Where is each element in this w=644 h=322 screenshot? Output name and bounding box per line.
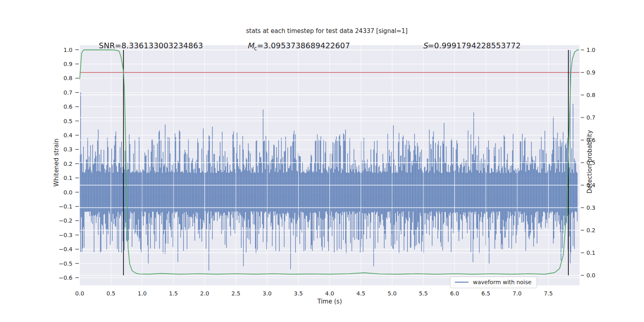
y-right-tick-label: 0.3	[586, 205, 611, 211]
y-left-tick-label: −0.4	[52, 246, 72, 252]
figure: stats at each timestep for test data 243…	[0, 0, 644, 322]
x-tick-label: 5.0	[381, 291, 403, 296]
s-stat-value: =0.9991794228553772	[428, 41, 521, 50]
x-tick-label: 5.5	[412, 291, 435, 296]
y-left-tick-label: −0.3	[52, 232, 72, 238]
x-tick-label: 2.0	[194, 291, 216, 296]
x-tick-label: 6.5	[475, 291, 497, 296]
y-right-tick-label: 0.1	[586, 250, 611, 256]
x-tick-label: 4.5	[350, 291, 372, 296]
x-tick-label: 6.0	[444, 291, 466, 296]
legend-label: waveform with noise	[473, 279, 531, 285]
y-right-tick-label: 0.8	[586, 92, 611, 98]
y-right-tick-label: 0.7	[586, 115, 611, 120]
chart-title: stats at each timestep for test data 243…	[246, 27, 407, 35]
x-tick-label: 1.0	[131, 291, 153, 296]
snr-annotation: SNR=8.336133003234863	[99, 41, 203, 50]
x-tick-label: 0.5	[100, 291, 122, 296]
chirp-mass-subscript: c	[254, 45, 257, 52]
y-left-tick-label: 0.8	[52, 75, 72, 81]
s-stat-symbol: S	[423, 41, 427, 50]
chirp-mass-value: =3.0953738689422607	[257, 41, 350, 50]
x-tick-label: 7.0	[506, 291, 528, 296]
y-left-tick-label: 0.0	[52, 190, 72, 195]
x-tick-label: 4.0	[318, 291, 341, 296]
y-left-tick-label: 0.4	[52, 132, 72, 138]
y-left-tick-label: 1.0	[52, 47, 72, 53]
y-right-tick-label: 0.5	[586, 160, 611, 165]
x-axis-label: Time (s)	[318, 298, 342, 305]
y-left-tick-label: 0.3	[52, 147, 72, 152]
y-right-tick-label: 0.6	[586, 137, 611, 143]
snr-text: SNR=8.336133003234863	[99, 41, 203, 50]
y-left-tick-label: −0.2	[52, 218, 72, 223]
x-tick-label: 3.0	[256, 291, 279, 296]
chirp-mass-annotation: Mc=3.0953738689422607	[247, 41, 350, 52]
y-left-tick-label: 0.9	[52, 61, 72, 67]
y-left-tick-label: −0.1	[52, 204, 72, 209]
s-stat-annotation: S=0.9991794228553772	[423, 41, 521, 50]
y-left-tick-label: 0.7	[52, 90, 72, 95]
y-left-tick-label: 0.5	[52, 118, 72, 124]
legend: waveform with noise	[450, 277, 537, 288]
chirp-mass-symbol: M	[247, 41, 254, 50]
x-tick-label: 7.5	[537, 291, 559, 296]
y-left-tick-label: 0.6	[52, 104, 72, 109]
y-right-tick-label: 0.2	[586, 227, 611, 233]
y-right-tick-label: 0.9	[586, 70, 611, 75]
y-left-tick-label: −0.6	[52, 275, 72, 281]
x-tick-label: 0.0	[68, 291, 91, 296]
y-right-tick-label: 0.0	[586, 272, 611, 278]
y-right-tick-label: 1.0	[586, 47, 611, 53]
x-tick-label: 1.5	[162, 291, 185, 296]
x-tick-label: 3.5	[287, 291, 310, 296]
y-left-tick-label: −0.5	[52, 261, 72, 266]
legend-line-swatch	[455, 282, 469, 283]
y-left-tick-label: 0.2	[52, 161, 72, 167]
y-left-tick-label: 0.1	[52, 175, 72, 181]
x-tick-label: 2.5	[225, 291, 247, 296]
y-right-tick-label: 0.4	[586, 182, 611, 188]
